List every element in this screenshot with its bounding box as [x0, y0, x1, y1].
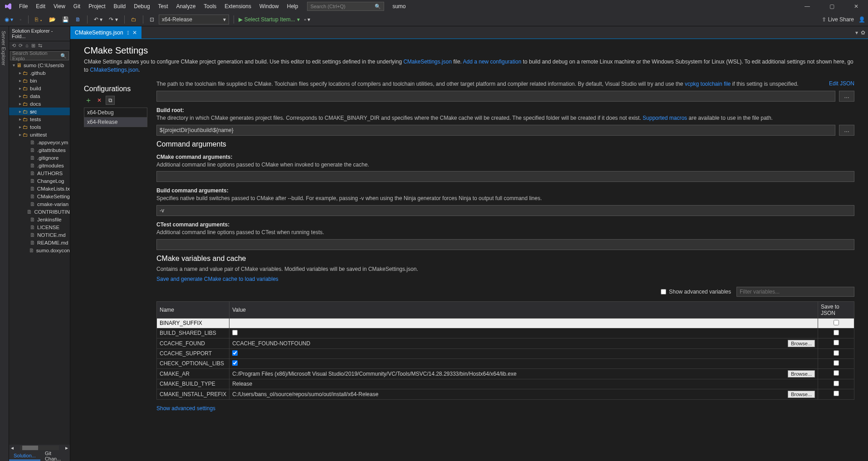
menu-build[interactable]: Build: [110, 1, 130, 11]
nav-forward-button[interactable]: ◦: [18, 15, 23, 24]
var-browse-button[interactable]: Browse...: [788, 370, 815, 378]
link-save-generate-cache[interactable]: Save and generate CMake cache to load va…: [156, 276, 278, 282]
tree-file-cmakevarian[interactable]: 🗎cmake-varian: [9, 200, 70, 208]
show-advanced-settings-link[interactable]: Show advanced settings: [156, 405, 215, 412]
var-value-checkbox[interactable]: [232, 350, 238, 356]
toolchain-browse-button[interactable]: …: [839, 91, 854, 102]
edit-json-link[interactable]: Edit JSON: [829, 80, 854, 87]
home-icon[interactable]: ⟲: [12, 43, 16, 49]
home2-icon[interactable]: ⌂: [25, 43, 29, 49]
var-row-build_shared_libs[interactable]: BUILD_SHARED_LIBS: [157, 328, 854, 338]
folder-view-button[interactable]: 🗀: [129, 15, 138, 24]
save-button[interactable]: 💾: [60, 15, 71, 24]
menu-edit[interactable]: Edit: [32, 1, 49, 11]
tree-file-AUTHORS[interactable]: 🗎AUTHORS: [9, 169, 70, 177]
menu-analyze[interactable]: Analyze: [173, 1, 200, 11]
var-save-checkbox[interactable]: [834, 360, 839, 366]
close-window-button[interactable]: ✕: [847, 0, 865, 13]
tab-git-changes[interactable]: Git Chan...: [40, 449, 70, 461]
tree-file-Jenkinsfile[interactable]: 🗎Jenkinsfile: [9, 216, 70, 223]
var-save-checkbox[interactable]: [834, 391, 839, 396]
tree-file-CONTRIBUTIN[interactable]: 🗎CONTRIBUTIN: [9, 208, 70, 216]
solution-search[interactable]: Search Solution Explo 🔍: [10, 51, 69, 60]
minimize-button[interactable]: —: [798, 0, 816, 13]
start-extra-button[interactable]: ▫ ▾: [302, 15, 312, 24]
undo-button[interactable]: ↶ ▾: [92, 15, 104, 24]
live-share-button[interactable]: ⇪ Live Share: [822, 16, 854, 23]
tree-folder-unittest[interactable]: ▸🗀unittest: [9, 131, 70, 138]
tree-file-CMakeListstx[interactable]: 🗎CMakeLists.tx: [9, 185, 70, 192]
view-icon[interactable]: ⊞: [31, 43, 35, 49]
close-tab-icon[interactable]: ✕: [132, 29, 137, 36]
var-row-check_optional_libs[interactable]: CHECK_OPTIONAL_LIBS: [157, 358, 854, 368]
tree-folder-data[interactable]: ▸🗀data: [9, 92, 70, 100]
menu-test[interactable]: Test: [155, 1, 172, 11]
tree-folder-src[interactable]: ▸🗀src: [9, 108, 70, 115]
tree-file-appveyorym[interactable]: 🗎.appveyor.ym: [9, 138, 70, 146]
var-browse-button[interactable]: Browse...: [788, 391, 815, 398]
var-save-checkbox[interactable]: [834, 381, 839, 386]
config-item-x64-debug[interactable]: x64-Debug: [84, 108, 147, 118]
sync-icon[interactable]: ⟳: [19, 43, 23, 49]
tree-file-gitignore[interactable]: 🗎.gitignore: [9, 154, 70, 162]
account-icon[interactable]: 👤: [858, 16, 865, 23]
menu-window[interactable]: Window: [256, 1, 283, 11]
var-row-ccache_support[interactable]: CCACHE_SUPPORT: [157, 348, 854, 358]
redo-button[interactable]: ↷ ▾: [107, 15, 119, 24]
tree-file-sumodoxycon[interactable]: 🗎sumo.doxycon: [9, 246, 70, 254]
pin-icon[interactable]: ⟟: [127, 29, 129, 36]
maximize-button[interactable]: ▢: [823, 0, 841, 13]
tree-file-READMEmd[interactable]: 🗎README.md: [9, 239, 70, 246]
var-browse-button[interactable]: Browse...: [788, 340, 815, 347]
cmake-args-input[interactable]: [156, 171, 854, 182]
save-all-button[interactable]: 🗎: [73, 15, 83, 24]
filter-variables-input[interactable]: [736, 287, 854, 297]
var-save-checkbox[interactable]: [834, 320, 839, 325]
start-button[interactable]: ▶ Select Startup Item... ▾: [239, 16, 300, 23]
switch-icon[interactable]: ⇆: [38, 43, 42, 49]
tab-cmakesettings[interactable]: CMakeSettings.json ⟟ ✕: [70, 26, 141, 39]
link-supported-macros[interactable]: Supported macros: [643, 115, 687, 121]
tree-folder-tools[interactable]: ▸🗀tools: [9, 123, 70, 131]
var-row-cmake_build_type[interactable]: CMAKE_BUILD_TYPERelease: [157, 379, 854, 389]
tree-folder-docs[interactable]: ▸🗀docs: [9, 100, 70, 108]
ctest-args-input[interactable]: [156, 239, 854, 250]
rail-server-explorer[interactable]: Server Explorer: [0, 29, 7, 461]
nav-back-button[interactable]: ◉ ▾: [3, 15, 15, 24]
link-cmakesettings-json-2[interactable]: CMakeSettings.json: [90, 67, 138, 73]
menu-file[interactable]: File: [15, 1, 31, 11]
tree-file-ChangeLog[interactable]: 🗎ChangeLog: [9, 177, 70, 185]
quick-search[interactable]: Search (Ctrl+Q) 🔍: [307, 2, 384, 11]
configuration-dropdown[interactable]: x64-Release▾: [159, 15, 229, 25]
var-row-binary_suffix[interactable]: BINARY_SUFFIX: [157, 318, 854, 328]
build-args-input[interactable]: [156, 205, 854, 216]
tree-folder-tests[interactable]: ▸🗀tests: [9, 115, 70, 123]
menu-git[interactable]: Git: [70, 1, 84, 11]
tree-folder-github[interactable]: ▸🗀.github: [9, 69, 70, 77]
tree-folder-bin[interactable]: ▸🗀bin: [9, 77, 70, 84]
var-value-checkbox[interactable]: [232, 330, 238, 335]
menu-debug[interactable]: Debug: [130, 1, 153, 11]
tab-settings-icon[interactable]: ✿: [861, 29, 865, 36]
var-save-checkbox[interactable]: [834, 330, 839, 335]
target-button[interactable]: ⊡: [148, 15, 156, 24]
add-config-button[interactable]: ＋: [84, 96, 93, 105]
menu-tools[interactable]: Tools: [200, 1, 220, 11]
tree-file-LICENSE[interactable]: 🗎LICENSE: [9, 223, 70, 231]
tree-root[interactable]: ▾🖥sumo (C:\Users\b: [9, 61, 70, 69]
menu-extensions[interactable]: Extensions: [221, 1, 255, 11]
tree-file-gitattributes[interactable]: 🗎.gitattributes: [9, 146, 70, 154]
link-vcpkg-toolchain[interactable]: vcpkg toolchain file: [685, 81, 731, 87]
var-save-checkbox[interactable]: [834, 340, 839, 345]
menu-project[interactable]: Project: [85, 1, 109, 11]
link-add-configuration[interactable]: Add a new configuration: [463, 59, 522, 65]
delete-config-button[interactable]: ✕: [95, 96, 104, 105]
tab-solution[interactable]: Solution...: [9, 451, 40, 461]
var-save-checkbox[interactable]: [834, 350, 839, 356]
var-save-checkbox[interactable]: [834, 370, 839, 376]
tree-file-gitmodules[interactable]: 🗎.gitmodules: [9, 162, 70, 169]
tab-dropdown-icon[interactable]: ▾: [855, 29, 858, 36]
new-item-button[interactable]: ⎘ ▾: [33, 15, 44, 24]
menu-help[interactable]: Help: [283, 1, 302, 11]
tree-file-CMakeSetting[interactable]: 🗎CMakeSetting: [9, 192, 70, 200]
